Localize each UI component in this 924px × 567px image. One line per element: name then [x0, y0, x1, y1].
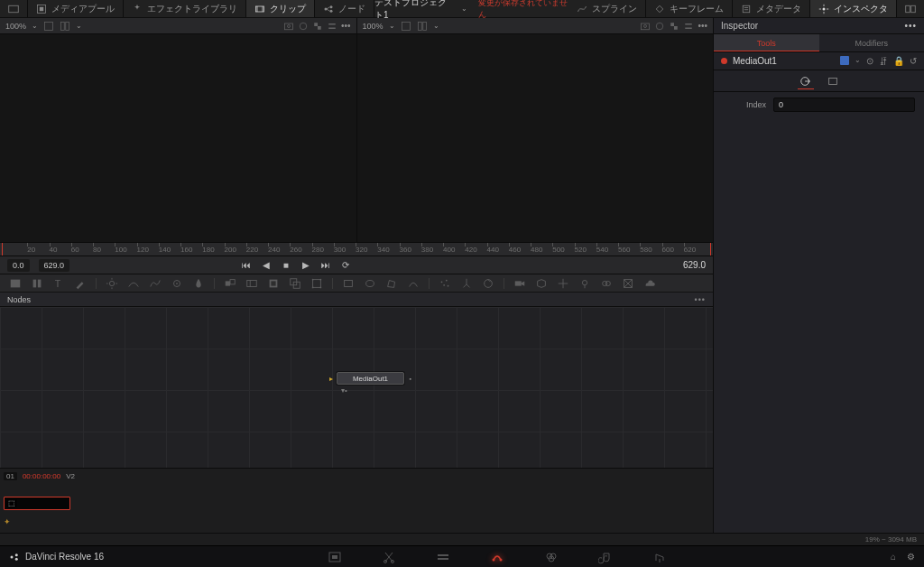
- effects-library-toggle[interactable]: エフェクトライブラリ: [124, 0, 246, 17]
- index-field-input[interactable]: 0: [773, 98, 915, 112]
- version-swatch-icon[interactable]: [840, 56, 849, 65]
- loop-button[interactable]: ⟳: [339, 259, 352, 272]
- inspector-options-menu[interactable]: •••: [904, 21, 917, 31]
- copy-icon[interactable]: ⭿: [879, 56, 888, 66]
- snapshot-icon[interactable]: [283, 21, 294, 32]
- rectangle-mask-icon[interactable]: [342, 277, 355, 290]
- polygon-mask-icon[interactable]: [385, 277, 398, 290]
- nodes-options-menu[interactable]: •••: [695, 295, 706, 304]
- light-tool-icon[interactable]: [578, 277, 591, 290]
- edit-page-button[interactable]: [436, 550, 450, 564]
- cut-page-button[interactable]: [382, 550, 396, 564]
- stop-button[interactable]: ■: [280, 259, 292, 272]
- chevron-down-icon[interactable]: ⌄: [389, 22, 395, 30]
- right-zoom-dropdown[interactable]: 100%: [363, 22, 383, 31]
- node-editor-canvas[interactable]: MediaOut1 ▾•: [0, 307, 713, 468]
- inspector-tab-tools[interactable]: Tools: [714, 34, 819, 51]
- play-button[interactable]: ▶: [300, 259, 312, 272]
- subview-icon[interactable]: [298, 21, 309, 32]
- chevron-down-icon[interactable]: ⌄: [32, 22, 38, 30]
- reset-icon[interactable]: ↺: [910, 56, 917, 66]
- subview-icon[interactable]: [654, 21, 665, 32]
- ruler-tick: 400: [443, 243, 455, 256]
- viewer-options-menu[interactable]: •••: [698, 21, 707, 32]
- playhead-end-marker[interactable]: [710, 243, 711, 256]
- options-icon[interactable]: [683, 21, 694, 32]
- media-pool-toggle[interactable]: メディアプール: [28, 0, 124, 17]
- image3d-tool-icon[interactable]: [535, 277, 548, 290]
- go-end-button[interactable]: ⏭: [319, 259, 332, 272]
- matte-tool-icon[interactable]: [267, 277, 280, 290]
- transport-bar: 0.0 629.0 ⏮ ◀ ■ ▶ ⏭ ⟳ 629.0: [0, 256, 713, 274]
- clips-toggle[interactable]: クリップ: [246, 0, 315, 17]
- clip-thumbnail[interactable]: ⬚: [4, 497, 70, 510]
- split-icon[interactable]: [60, 21, 70, 32]
- inspector-toggle[interactable]: インスペクタ: [810, 0, 897, 17]
- bspline-mask-icon[interactable]: [407, 277, 420, 290]
- renderer3d-tool-icon[interactable]: [622, 277, 634, 290]
- chevron-down-icon[interactable]: ⌄: [461, 5, 467, 13]
- timeline-ruler[interactable]: 2040608010012014016018020022024026028030…: [0, 242, 713, 256]
- home-button[interactable]: ⌂: [891, 552, 896, 562]
- left-zoom-dropdown[interactable]: 100%: [5, 22, 26, 31]
- current-frame-field[interactable]: 0.0: [7, 259, 30, 272]
- nodes-toggle[interactable]: ノード: [315, 0, 374, 17]
- snapshot-icon[interactable]: [640, 21, 651, 32]
- project-settings-button[interactable]: ⚙: [907, 552, 915, 562]
- prender-tool-icon[interactable]: [482, 277, 494, 290]
- options-icon[interactable]: [327, 21, 337, 32]
- page-switcher-collapse[interactable]: [0, 0, 28, 17]
- keyframes-label: キーフレーム: [670, 3, 724, 15]
- step-back-button[interactable]: ◀: [260, 259, 273, 272]
- inspector-subtab-controls[interactable]: [798, 73, 814, 89]
- shape3d-tool-icon[interactable]: [557, 277, 569, 290]
- metadata-toggle[interactable]: メタデータ: [733, 0, 810, 17]
- inspector-tab-modifiers[interactable]: Modifiers: [819, 34, 925, 51]
- fairlight-page-button[interactable]: [598, 550, 613, 564]
- playhead-start-marker[interactable]: [2, 243, 3, 256]
- inspector-subtab-settings[interactable]: [825, 73, 841, 89]
- chevron-down-icon[interactable]: ⌄: [76, 22, 82, 30]
- background-tool-icon[interactable]: [9, 277, 22, 290]
- deliver-page-button[interactable]: [652, 550, 667, 564]
- go-start-button[interactable]: ⏮: [240, 259, 253, 272]
- left-viewer[interactable]: [0, 34, 357, 242]
- checker-icon[interactable]: [669, 21, 679, 32]
- transform-tool-icon[interactable]: [310, 277, 323, 290]
- text-tool-icon[interactable]: T: [52, 277, 65, 290]
- fit-icon[interactable]: [401, 21, 411, 32]
- lock-icon[interactable]: 🔒: [893, 56, 904, 66]
- resize-tool-icon[interactable]: [289, 277, 301, 290]
- total-frames-field[interactable]: 629.0: [39, 259, 70, 272]
- fit-icon[interactable]: [43, 21, 54, 32]
- camera3d-tool-icon[interactable]: [513, 277, 526, 290]
- right-viewer[interactable]: [357, 34, 714, 242]
- paint-tool-icon[interactable]: [74, 277, 87, 290]
- checker-icon[interactable]: [312, 21, 323, 32]
- keyframes-toggle[interactable]: キーフレーム: [646, 0, 733, 17]
- ellipse-mask-icon[interactable]: [364, 277, 376, 290]
- fusion-page-button[interactable]: [490, 550, 504, 564]
- chevron-down-icon[interactable]: ⌄: [855, 56, 861, 66]
- color-page-button[interactable]: [544, 550, 559, 564]
- particles-tool-icon[interactable]: [439, 277, 451, 290]
- merge3d-tool-icon[interactable]: [600, 277, 613, 290]
- mediaout-node[interactable]: MediaOut1: [337, 372, 404, 385]
- channel-tool-icon[interactable]: [245, 277, 258, 290]
- brightness-tool-icon[interactable]: [106, 277, 118, 290]
- hue-tool-icon[interactable]: [149, 277, 162, 290]
- viewer-options-menu[interactable]: •••: [341, 21, 351, 32]
- blur-tool-icon[interactable]: [192, 277, 205, 290]
- chevron-down-icon[interactable]: ⌄: [433, 22, 439, 30]
- split-icon[interactable]: [417, 21, 428, 32]
- colorcurves-tool-icon[interactable]: [127, 277, 140, 290]
- pin-icon[interactable]: ⊙: [866, 56, 873, 66]
- pemitter-tool-icon[interactable]: [460, 277, 473, 290]
- merge-tool-icon[interactable]: [224, 277, 236, 290]
- colorcorrector-tool-icon[interactable]: [171, 277, 183, 290]
- dual-screen-toggle[interactable]: [897, 0, 924, 17]
- fastnoise-tool-icon[interactable]: [31, 277, 43, 290]
- spline-toggle[interactable]: スプライン: [568, 0, 646, 17]
- fog-tool-icon[interactable]: [643, 277, 656, 290]
- media-page-button[interactable]: [328, 550, 342, 564]
